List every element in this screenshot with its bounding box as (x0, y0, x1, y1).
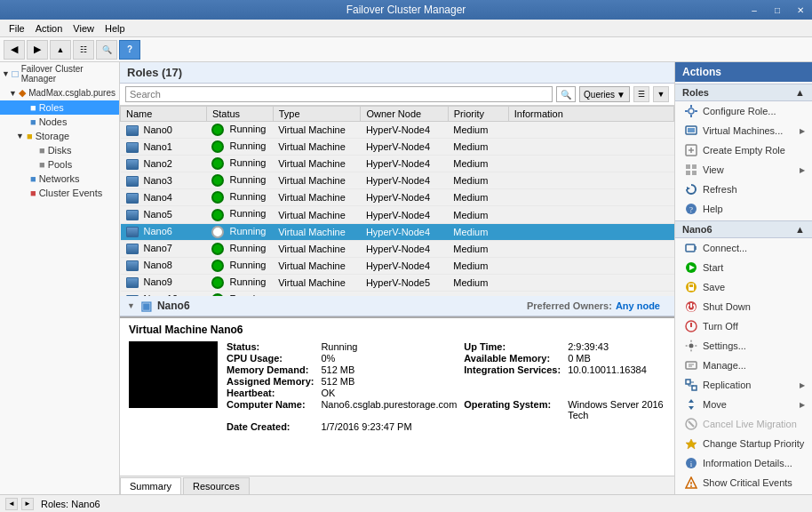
tree-item-storage[interactable]: ▼ ■ Storage (0, 129, 119, 143)
table-row[interactable]: Nano2 Running Virtual Machine HyperV-Nod… (121, 156, 674, 172)
maximize-button[interactable]: □ (766, 0, 789, 20)
table-row[interactable]: Nano1 Running Virtual Machine HyperV-Nod… (121, 139, 674, 156)
tab-summary[interactable]: Summary (120, 477, 181, 494)
toolbar: ◀ ▶ ▲ ☷ 🔍 ? (0, 37, 812, 62)
details-panel: Virtual Machine Nano6 Status: Running Up… (120, 316, 674, 494)
col-info[interactable]: Information (508, 107, 673, 122)
action-manage[interactable]: Manage... (675, 356, 812, 375)
action-start[interactable]: Start (675, 258, 812, 277)
cell-owner: HyperV-Node4 (361, 223, 448, 240)
col-owner[interactable]: Owner Node (361, 107, 448, 122)
help-toolbar-button[interactable]: ? (119, 40, 140, 60)
cell-name: Nano3 (121, 172, 207, 189)
move-icon (684, 397, 698, 412)
nano6-actions-header[interactable]: Nano6 ▲ (675, 220, 812, 238)
svg-rect-6 (688, 128, 695, 132)
any-node-link[interactable]: Any node (616, 300, 660, 311)
svg-point-0 (689, 108, 694, 114)
tree-item-cluster-events[interactable]: ■ Cluster Events (0, 186, 119, 200)
search-button[interactable]: 🔍 (556, 86, 576, 102)
mem-demand-label: Memory Demand: (227, 364, 314, 375)
table-row[interactable]: Nano3 Running Virtual Machine HyperV-Nod… (121, 172, 674, 189)
heartbeat-label: Heartbeat: (227, 388, 314, 398)
col-status[interactable]: Status (206, 107, 273, 122)
tree-label-disks: Disks (48, 145, 72, 156)
action-save[interactable]: Save (675, 277, 812, 297)
tree-item-fcm[interactable]: ▼ □ Failover Cluster Manager (0, 62, 119, 85)
action-view-label: View (703, 164, 724, 175)
table-row[interactable]: Nano9 Running Virtual Machine HyperV-Nod… (121, 274, 674, 291)
vm-row-icon (126, 244, 139, 254)
table-row[interactable]: Nano7 Running Virtual Machine HyperV-Nod… (121, 240, 674, 257)
menu-action[interactable]: Action (30, 21, 68, 36)
table-row[interactable]: Nano6 Running Virtual Machine HyperV-Nod… (121, 223, 674, 240)
action-shutdown[interactable]: Shut Down (675, 297, 812, 316)
close-button[interactable]: ✕ (789, 0, 812, 20)
expand-arrow-pools (28, 160, 39, 169)
menu-view[interactable]: View (68, 21, 100, 36)
cell-owner: HyperV-Node4 (361, 139, 448, 156)
status-indicator (211, 209, 224, 221)
filter-button[interactable]: ▼ (653, 86, 669, 102)
tree-item-madmax[interactable]: ▼ ◆ MadMax.csglab.pures (0, 85, 119, 100)
avail-mem-value: 0 MB (568, 353, 665, 364)
col-priority[interactable]: Priority (448, 107, 508, 122)
cell-owner: HyperV-Node4 (361, 172, 448, 189)
action-virtual-machines[interactable]: Virtual Machines... (675, 121, 812, 140)
table-row[interactable]: Nano0 Running Virtual Machine HyperV-Nod… (121, 122, 674, 139)
table-row[interactable]: Nano4 Running Virtual Machine HyperV-Nod… (121, 189, 674, 206)
action-connect[interactable]: Connect... (675, 238, 812, 258)
roles-actions-header[interactable]: Roles ▲ (675, 84, 812, 101)
scroll-left-button[interactable]: ◄ (5, 498, 18, 510)
column-chooser-button[interactable]: ☰ (633, 86, 649, 102)
action-refresh[interactable]: Refresh (675, 180, 812, 199)
action-move[interactable]: Move (675, 395, 812, 414)
vm-row-icon (126, 159, 139, 170)
search-input[interactable] (125, 86, 553, 102)
help-icon: ? (684, 202, 698, 216)
action-create-empty-role[interactable]: Create Empty Role (675, 140, 812, 160)
queries-button[interactable]: Queries ▼ (579, 86, 630, 102)
menu-bar: File Action View Help (0, 20, 812, 37)
action-add-storage[interactable]: Add Storage (675, 492, 812, 494)
back-button[interactable]: ◀ (4, 40, 25, 60)
menu-file[interactable]: File (4, 21, 30, 36)
col-type[interactable]: Type (273, 107, 361, 122)
action-turnoff[interactable]: Turn Off (675, 316, 812, 336)
cell-owner: HyperV-Node4 (361, 257, 448, 274)
action-view[interactable]: View (675, 160, 812, 180)
details-collapse-arrow[interactable]: ▼ (127, 301, 135, 310)
action-show-critical-events[interactable]: Show Critical Events (675, 473, 812, 492)
action-help[interactable]: ? Help (675, 199, 812, 219)
up-button[interactable]: ▲ (50, 40, 71, 60)
scope-button[interactable]: 🔍 (96, 40, 117, 60)
tab-resources[interactable]: Resources (183, 477, 250, 494)
action-connect-label: Connect... (703, 243, 747, 253)
tree-item-nodes[interactable]: ■ Nodes (0, 115, 119, 129)
minimize-button[interactable]: – (743, 0, 766, 20)
cell-owner: HyperV-Node4 (361, 189, 448, 206)
scroll-right-button[interactable]: ► (21, 498, 34, 510)
tree-label-events: Cluster Events (39, 188, 103, 198)
cell-name: Nano1 (121, 139, 207, 156)
action-configure-role[interactable]: Configure Role... (675, 101, 812, 121)
forward-button[interactable]: ▶ (27, 40, 48, 60)
expand-arrow-events (20, 188, 30, 197)
tree-item-networks[interactable]: ■ Networks (0, 172, 119, 186)
action-info-details-label: Information Details... (703, 458, 792, 468)
tree-item-pools[interactable]: ■ Pools (0, 157, 119, 172)
tree-item-disks[interactable]: ■ Disks (0, 143, 119, 157)
col-name[interactable]: Name (121, 107, 207, 122)
action-replication[interactable]: Replication (675, 375, 812, 395)
tree-item-roles[interactable]: ■ Roles (0, 100, 119, 115)
action-information-details[interactable]: i Information Details... (675, 453, 812, 473)
action-change-startup[interactable]: Change Startup Priority (675, 434, 812, 453)
action-settings[interactable]: Settings... (675, 336, 812, 356)
table-row[interactable]: Nano8 Running Virtual Machine HyperV-Nod… (121, 257, 674, 274)
vm-details-title: Virtual Machine Nano6 (129, 324, 665, 336)
show-hide-button[interactable]: ☷ (73, 40, 94, 60)
menu-help[interactable]: Help (100, 21, 131, 36)
table-row[interactable]: Nano5 Running Virtual Machine HyperV-Nod… (121, 206, 674, 223)
cell-info (508, 240, 673, 257)
svg-marker-14 (687, 187, 690, 190)
